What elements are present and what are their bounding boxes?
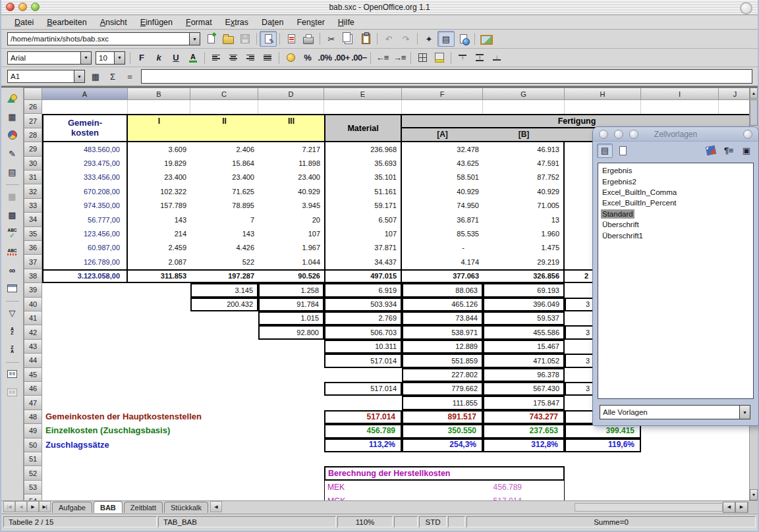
- modified-indicator[interactable]: [448, 516, 465, 527]
- page-styles-button[interactable]: [615, 144, 631, 158]
- style-item-standard[interactable]: Standard: [598, 209, 753, 219]
- first-sheet-button[interactable]: |◀: [3, 501, 15, 512]
- cell-F26[interactable]: [402, 100, 483, 114]
- row-header-30[interactable]: 30: [24, 157, 42, 171]
- cell-A49[interactable]: Einzelkosten (Zuschlagsbasis): [42, 424, 324, 438]
- style-item-überschrift[interactable]: Überschrift: [598, 219, 753, 230]
- cell-E49[interactable]: 456.789: [324, 424, 402, 438]
- export-pdf-button[interactable]: [283, 31, 300, 47]
- delete-decimal-button[interactable]: .00−: [351, 50, 368, 66]
- align-left-button[interactable]: [208, 50, 225, 66]
- cell-G39[interactable]: 69.193: [483, 283, 565, 297]
- cell-G47[interactable]: 175.847: [483, 396, 565, 410]
- title-bar[interactable]: bab.sxc - OpenOffice.org 1.1: [1, 0, 758, 15]
- insert-button[interactable]: [3, 90, 22, 107]
- row-header-37[interactable]: 37: [24, 255, 42, 269]
- cell-B26[interactable]: [128, 100, 190, 114]
- cell-F36[interactable]: -: [402, 241, 483, 255]
- cell-D40[interactable]: 91.784: [258, 298, 324, 311]
- cell-A30[interactable]: 293.475,00: [42, 157, 128, 171]
- row-header-26[interactable]: 26: [24, 100, 42, 114]
- group-button[interactable]: [3, 365, 22, 383]
- sheet-tab-bab[interactable]: BAB: [94, 501, 123, 513]
- gallery-button[interactable]: [478, 31, 495, 47]
- cell-F44[interactable]: 551.859: [402, 354, 483, 367]
- cell-F42[interactable]: 538.971: [402, 325, 483, 339]
- cell-G40[interactable]: 396.049: [483, 298, 565, 311]
- cell-G32[interactable]: 40.929: [483, 184, 565, 198]
- cell-A29[interactable]: 483.560,00: [42, 142, 128, 156]
- cell-F39[interactable]: 88.063: [402, 283, 483, 297]
- copy-button[interactable]: [340, 31, 357, 47]
- insert-mode-indicator[interactable]: [394, 516, 418, 527]
- page-style-indicator[interactable]: TAB_BAB: [158, 516, 336, 527]
- row-header-50[interactable]: 50: [24, 439, 42, 452]
- align-middle-button[interactable]: ↕: [471, 50, 488, 66]
- cell-E54[interactable]: MGK: [324, 494, 402, 500]
- cell-G50[interactable]: 312,8%: [483, 439, 565, 452]
- style-filter-combo[interactable]: Alle Vorlagen ▼: [600, 405, 750, 419]
- autofilter-button[interactable]: ▽: [3, 304, 22, 321]
- align-right-button[interactable]: [242, 50, 259, 66]
- row-header-48[interactable]: 48: [24, 410, 42, 424]
- cell-G28[interactable]: [B]: [483, 128, 565, 142]
- cell-G30[interactable]: 47.591: [483, 157, 565, 171]
- cell-C32[interactable]: 71.625: [190, 184, 258, 198]
- cell-E32[interactable]: 51.161: [324, 184, 402, 198]
- cut-button[interactable]: ✂: [323, 31, 340, 47]
- cell-C34[interactable]: 7: [190, 213, 258, 226]
- cell-E48[interactable]: 517.014: [324, 410, 402, 424]
- column-header-H[interactable]: H: [565, 88, 641, 100]
- cell-F54[interactable]: 517.014: [402, 494, 565, 500]
- cell-D30[interactable]: 11.898: [258, 157, 324, 171]
- stylist-button[interactable]: ▤: [437, 31, 455, 47]
- cell-F40[interactable]: 465.126: [402, 298, 483, 311]
- cell-D29[interactable]: 7.217: [258, 142, 324, 156]
- cell-C39[interactable]: 3.145: [190, 283, 258, 297]
- cell-G43[interactable]: 15.467: [483, 340, 565, 354]
- row-header-54[interactable]: 54: [24, 494, 42, 500]
- cell-A50[interactable]: Zuschlagssätze: [42, 439, 324, 452]
- cell-G49[interactable]: 237.653: [483, 424, 565, 438]
- cell-F29[interactable]: 32.478: [402, 142, 483, 156]
- scroll-right-button[interactable]: ▶: [735, 502, 748, 513]
- row-header-34[interactable]: 34: [24, 213, 42, 226]
- cell-C38[interactable]: 197.287: [190, 269, 258, 283]
- cell-A31[interactable]: 333.456,00: [42, 171, 128, 184]
- find-replace-button[interactable]: ∞: [3, 261, 22, 279]
- cell-C33[interactable]: 78.895: [190, 199, 258, 213]
- cell-A27[interactable]: Gemein- kosten: [42, 114, 128, 142]
- font-size-combo[interactable]: 10▼: [96, 51, 125, 65]
- column-header-E[interactable]: E: [324, 88, 402, 100]
- style-item-ergebnis2[interactable]: Ergebnis2: [598, 176, 753, 186]
- cell-B34[interactable]: 143: [128, 213, 190, 226]
- cell-G48[interactable]: 743.277: [483, 410, 565, 424]
- number-format-currency-button[interactable]: [282, 50, 299, 66]
- cell-D39[interactable]: 1.258: [258, 283, 324, 297]
- row-header-53[interactable]: 53: [24, 481, 42, 494]
- cell-E38[interactable]: 497.015: [324, 269, 402, 283]
- style-item-überschrift1[interactable]: Überschrift1: [598, 230, 753, 240]
- style-item-ergebnis[interactable]: Ergebnis: [598, 165, 753, 176]
- cell-E26[interactable]: [324, 100, 402, 114]
- cell-B29[interactable]: 3.609: [128, 142, 190, 156]
- zoom-level[interactable]: 110%: [337, 516, 393, 527]
- cell-D37[interactable]: 1.044: [258, 255, 324, 269]
- column-header-J[interactable]: J: [719, 88, 752, 100]
- cell-F43[interactable]: 12.889: [402, 340, 483, 354]
- menu-datei[interactable]: Datei: [8, 15, 40, 29]
- row-header-29[interactable]: 29: [24, 142, 42, 156]
- column-header-B[interactable]: B: [128, 88, 190, 100]
- cell-A38[interactable]: 3.123.058,00: [42, 269, 128, 283]
- underline-button[interactable]: U: [167, 50, 184, 66]
- function-button[interactable]: =: [121, 68, 138, 84]
- cell-C27[interactable]: II: [190, 114, 258, 128]
- cell-E53[interactable]: MEK: [324, 481, 402, 494]
- paste-button[interactable]: [357, 31, 374, 47]
- cell-C28[interactable]: [190, 128, 258, 142]
- sum-indicator[interactable]: Summe=0: [466, 516, 756, 527]
- scroll-down-button[interactable]: ▼: [750, 489, 758, 500]
- style-item-excel_builtin_comma[interactable]: Excel_BuiltIn_Comma: [598, 187, 753, 198]
- cell-C30[interactable]: 15.864: [190, 157, 258, 171]
- cell-D28[interactable]: [258, 128, 324, 142]
